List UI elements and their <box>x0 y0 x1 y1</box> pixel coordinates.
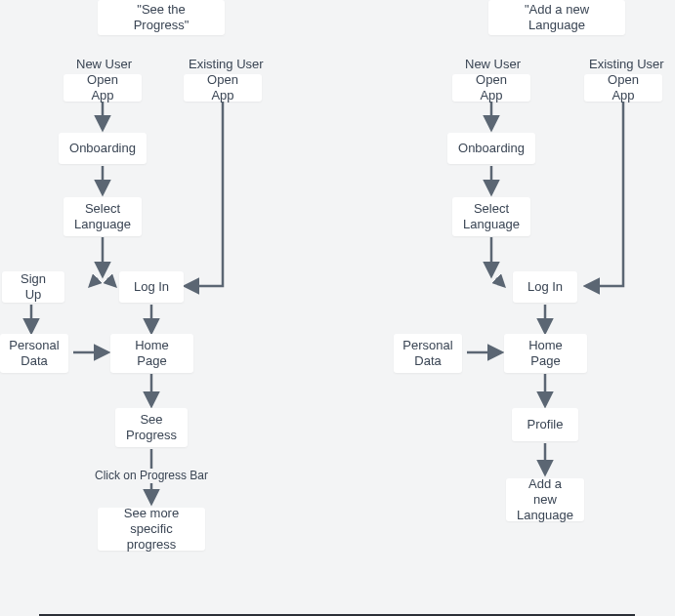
node-open-app-new-right: Open App <box>452 74 530 102</box>
label-existing-user-right: Existing User <box>589 57 664 71</box>
node-see-more-specific: See more specific progress <box>98 508 205 551</box>
node-profile-right: Profile <box>512 408 578 441</box>
node-home-page-left: Home Page <box>110 334 193 373</box>
title-see-progress: "See the Progress" <box>98 0 225 35</box>
node-see-progress-left: See Progress <box>115 408 188 447</box>
label-click-progress-bar: Click on Progress Bar <box>93 469 210 482</box>
node-open-app-existing-left: Open App <box>184 74 262 102</box>
label-existing-user-left: Existing User <box>189 57 264 71</box>
node-onboarding-right: Onboarding <box>447 133 535 164</box>
node-open-app-new-left: Open App <box>63 74 142 102</box>
node-personal-data-left: Personal Data <box>0 334 68 373</box>
node-log-in-right: Log In <box>513 271 577 303</box>
node-personal-data-right: Personal Data <box>394 334 462 373</box>
node-select-language-right: Select Language <box>452 197 530 236</box>
node-open-app-existing-right: Open App <box>584 74 662 102</box>
svg-line-14 <box>496 278 504 286</box>
label-new-user-right: New User <box>465 57 521 71</box>
node-select-language-left: Select Language <box>63 197 142 236</box>
svg-line-4 <box>107 278 115 286</box>
node-onboarding-left: Onboarding <box>59 133 147 164</box>
node-sign-up-left: Sign Up <box>2 271 64 303</box>
node-log-in-left: Log In <box>119 271 184 303</box>
svg-line-3 <box>90 278 98 286</box>
node-home-page-right: Home Page <box>504 334 587 373</box>
label-new-user-left: New User <box>76 57 132 71</box>
title-add-language: "Add a new Language <box>488 0 625 35</box>
node-add-language-right: Add a new Language <box>506 478 584 521</box>
